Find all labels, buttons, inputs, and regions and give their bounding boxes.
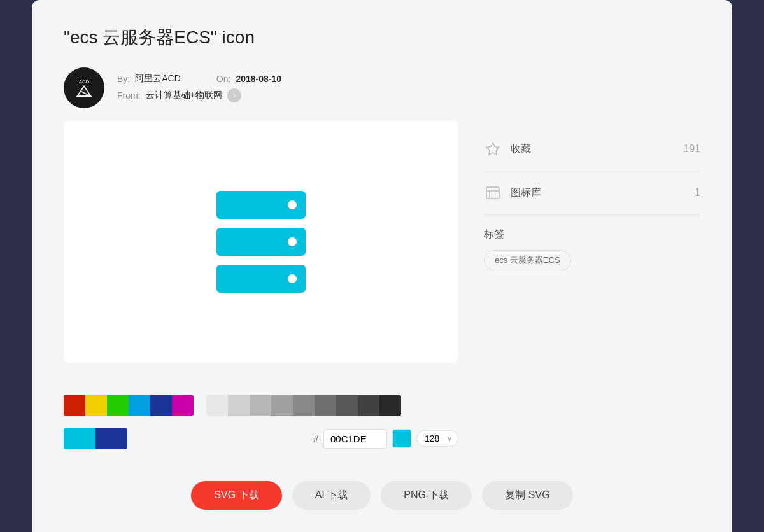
library-label: 图标库 [511,186,541,200]
swatch-yellow[interactable] [85,395,107,416]
server-dot-1 [288,200,297,209]
server-dot-3 [288,274,297,283]
author-line: By: 阿里云ACD On: 2018-08-10 [117,73,281,85]
svg-download-button[interactable]: SVG 下载 [191,481,281,510]
library-item: 图标库 1 [484,171,700,215]
gray-4[interactable] [271,395,293,416]
collect-left: 收藏 [484,140,531,158]
download-buttons: SVG 下载 AI 下载 PNG 下载 复制 SVG [64,481,700,510]
collection-arrow-icon[interactable]: › [227,88,241,102]
avatar: ACD [64,67,104,108]
main-card: "ecs 云服务器ECS" icon ACD By: 阿里云ACD On: 20… [32,0,732,532]
color-input-group: # 128 255 192 128 64 0 [313,429,458,449]
swatch-blue[interactable] [150,395,172,416]
library-left: 图标库 [484,184,541,202]
ai-download-button[interactable]: AI 下载 [292,481,371,510]
selected-swatch-cyan[interactable] [64,428,96,449]
server-bar-2 [216,228,306,256]
meta-info: By: 阿里云ACD On: 2018-08-10 From: 云计算基础+物联… [117,73,281,102]
tags-title: 标签 [484,228,700,241]
gray-5[interactable] [293,395,315,416]
gray-row [206,395,401,416]
opacity-select[interactable]: 128 255 192 128 64 0 [416,430,458,447]
swatch-green[interactable] [107,395,129,416]
gray-8[interactable] [358,395,379,416]
author-section: ACD By: 阿里云ACD On: 2018-08-10 From: 云计算基… [64,67,700,108]
library-count: 1 [695,187,700,199]
gray-palette-group [206,395,401,421]
gray-2[interactable] [228,395,250,416]
gray-3[interactable] [250,395,271,416]
collect-item: 收藏 191 [484,127,700,171]
svg-point-0 [70,74,98,102]
selected-swatches [64,428,127,449]
server-bar-1 [216,191,306,219]
star-icon[interactable] [484,140,502,158]
author-date: 2018-08-10 [236,74,281,84]
avatar-svg: ACD [70,74,98,102]
on-label: On: [216,74,231,84]
sidebar-panel: 收藏 191 图标库 1 标签 [484,121,700,449]
color-row-1 [64,395,194,416]
gray-7[interactable] [336,395,358,416]
by-label: By: [117,74,130,84]
swatch-red[interactable] [64,395,85,416]
page-title: "ecs 云服务器ECS" icon [64,25,700,50]
collect-label: 收藏 [511,143,531,156]
palette-group [64,395,194,421]
png-download-button[interactable]: PNG 下载 [381,481,472,510]
selected-swatch-blue[interactable] [96,428,127,449]
swatch-cyan[interactable] [129,395,150,416]
from-label: From: [117,90,141,101]
from-line: From: 云计算基础+物联网 › [117,88,281,102]
gray-9[interactable] [379,395,401,416]
color-preview-box[interactable] [392,429,411,448]
color-section: # 128 255 192 128 64 0 [64,395,458,449]
author-name[interactable]: 阿里云ACD [135,73,181,85]
library-icon[interactable] [484,184,502,202]
svg-text:ACD: ACD [79,79,90,85]
color-code-input[interactable] [323,429,387,449]
svg-rect-6 [486,187,499,199]
copy-svg-button[interactable]: 复制 SVG [482,481,572,510]
tag-item[interactable]: ecs 云服务器ECS [484,250,571,270]
server-dot-2 [288,237,297,246]
collection-name[interactable]: 云计算基础+物联网 [146,90,222,101]
svg-marker-5 [486,143,499,155]
tags-section: 标签 ecs 云服务器ECS [484,215,700,270]
gray-1[interactable] [206,395,228,416]
swatch-magenta[interactable] [172,395,194,416]
collect-count: 191 [683,143,700,155]
selected-color-row: # 128 255 192 128 64 0 [64,428,458,449]
icon-preview [216,191,306,293]
gray-6[interactable] [315,395,336,416]
main-content: # 128 255 192 128 64 0 [64,121,700,449]
server-bar-3 [216,265,306,293]
hash-label: # [313,433,318,444]
preview-area [64,121,458,363]
opacity-wrapper: 128 255 192 128 64 0 [416,430,458,447]
